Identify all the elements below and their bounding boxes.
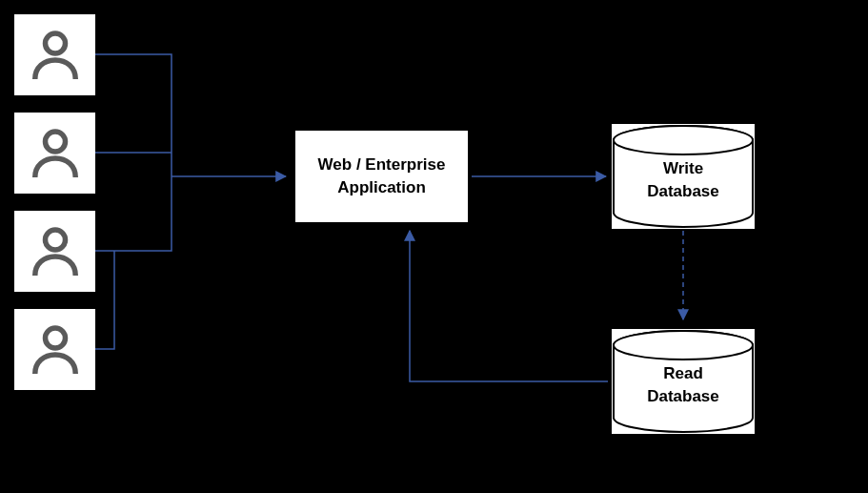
read-database-label: ReadDatabase [647, 362, 719, 408]
user-icon-3 [14, 211, 95, 292]
user-icon-1 [14, 14, 95, 95]
user-icon-4 [14, 309, 95, 390]
svg-point-0 [45, 33, 65, 53]
person-icon [27, 27, 84, 84]
application-label: Web / EnterpriseApplication [318, 154, 446, 199]
application-box: Web / EnterpriseApplication [293, 129, 470, 224]
person-icon [27, 223, 84, 280]
svg-point-2 [45, 230, 65, 250]
svg-point-5 [614, 126, 753, 154]
svg-point-3 [45, 328, 65, 348]
write-database: WriteDatabase [612, 124, 755, 229]
write-database-label: WriteDatabase [647, 157, 719, 203]
svg-point-7 [614, 331, 753, 359]
read-database: ReadDatabase [612, 329, 755, 434]
user-icon-2 [14, 113, 95, 194]
person-icon [27, 125, 84, 182]
person-icon [27, 321, 84, 379]
svg-point-1 [45, 132, 65, 152]
